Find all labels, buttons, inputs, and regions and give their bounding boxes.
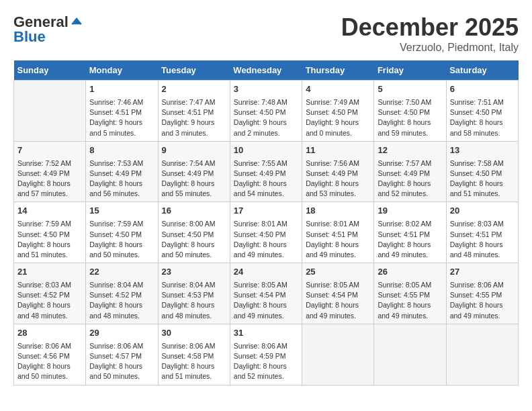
day-number: 22 [89,266,154,279]
day-number: 27 [450,266,515,279]
day-info: Daylight: 8 hours [306,300,370,310]
day-info: Sunrise: 8:00 AM [162,219,226,229]
day-number: 19 [378,205,442,218]
calendar-cell: 19Sunrise: 8:02 AMSunset: 4:51 PMDayligh… [374,202,446,263]
day-info: Sunset: 4:49 PM [378,169,442,179]
calendar-cell [302,324,374,385]
day-number: 17 [234,205,298,218]
day-number: 14 [17,205,82,218]
day-info: Daylight: 8 hours [162,300,226,310]
day-number: 4 [306,83,370,96]
day-info: Sunset: 4:53 PM [162,290,226,300]
day-info: Daylight: 8 hours [89,240,154,250]
day-info: Daylight: 8 hours [89,300,154,310]
day-number: 29 [89,327,154,340]
day-info: Sunset: 4:50 PM [450,107,515,118]
day-info: Sunset: 4:50 PM [234,107,298,118]
day-info: Sunrise: 7:59 AM [17,219,82,229]
day-info: Sunset: 4:49 PM [234,169,298,179]
calendar-cell: 13Sunrise: 7:58 AMSunset: 4:50 PMDayligh… [446,141,518,202]
day-info: Sunrise: 7:48 AM [234,97,298,107]
logo-icon [70,15,83,29]
day-number: 28 [17,327,82,340]
calendar-cell: 11Sunrise: 7:56 AMSunset: 4:49 PMDayligh… [302,141,374,202]
day-info: Sunset: 4:57 PM [89,351,154,361]
day-info: and 49 minutes. [378,311,442,321]
calendar-cell: 29Sunrise: 8:06 AMSunset: 4:57 PMDayligh… [86,324,158,385]
day-info: Daylight: 9 hours [89,118,154,128]
day-number: 18 [306,205,370,218]
day-info: Sunset: 4:51 PM [450,230,515,240]
day-info: Daylight: 8 hours [17,361,82,371]
day-number: 26 [378,266,442,279]
day-info: Sunrise: 8:04 AM [162,280,226,290]
day-info: Sunrise: 8:05 AM [234,280,298,290]
day-info: Daylight: 8 hours [450,240,515,250]
day-info: Daylight: 8 hours [378,179,442,189]
day-info: and 56 minutes. [89,189,154,199]
header-day-saturday: Saturday [446,60,518,81]
day-info: Sunset: 4:49 PM [89,169,154,179]
day-info: and 49 minutes. [234,311,298,321]
day-info: Sunset: 4:52 PM [17,290,82,300]
day-number: 31 [234,327,298,340]
day-info: Sunrise: 7:50 AM [378,97,442,107]
day-info: and 48 minutes. [162,311,226,321]
day-info: Daylight: 8 hours [450,118,515,128]
week-row-4: 21Sunrise: 8:03 AMSunset: 4:52 PMDayligh… [14,263,519,324]
day-number: 3 [234,83,298,96]
calendar-cell: 6Sunrise: 7:51 AMSunset: 4:50 PMDaylight… [446,81,518,142]
day-info: and 51 minutes. [162,371,226,381]
day-number: 10 [234,144,298,157]
day-info: and 50 minutes. [162,250,226,260]
day-number: 1 [89,83,154,96]
day-info: Daylight: 8 hours [234,179,298,189]
day-info: Daylight: 9 hours [162,118,226,128]
day-info: Daylight: 8 hours [378,118,442,128]
day-info: Daylight: 8 hours [306,240,370,250]
day-info: Sunset: 4:54 PM [306,290,370,300]
day-info: Sunset: 4:50 PM [17,230,82,240]
day-info: Daylight: 8 hours [234,361,298,371]
day-info: Sunset: 4:50 PM [89,230,154,240]
day-info: Sunset: 4:51 PM [89,107,154,118]
day-number: 11 [306,144,370,157]
calendar-cell: 25Sunrise: 8:05 AMSunset: 4:54 PMDayligh… [302,263,374,324]
day-info: Sunset: 4:54 PM [234,290,298,300]
calendar-cell: 12Sunrise: 7:57 AMSunset: 4:49 PMDayligh… [374,141,446,202]
day-info: Sunrise: 8:05 AM [306,280,370,290]
day-info: Sunrise: 7:51 AM [450,97,515,107]
day-info: Sunrise: 8:01 AM [234,219,298,229]
day-info: Sunset: 4:50 PM [378,107,442,118]
day-info: Sunset: 4:55 PM [450,290,515,300]
logo: General Blue [13,13,83,46]
day-number: 21 [17,266,82,279]
day-info: Sunrise: 8:06 AM [450,280,515,290]
title-block: December 2025 Verzuolo, Piedmont, Italy [341,13,519,54]
day-info: Daylight: 8 hours [17,179,82,189]
calendar-cell [374,324,446,385]
day-info: and 53 minutes. [306,189,370,199]
day-number: 5 [378,83,442,96]
day-info: Sunset: 4:51 PM [306,230,370,240]
calendar-cell: 22Sunrise: 8:04 AMSunset: 4:52 PMDayligh… [86,263,158,324]
calendar-cell: 3Sunrise: 7:48 AMSunset: 4:50 PMDaylight… [230,81,302,142]
calendar-cell: 21Sunrise: 8:03 AMSunset: 4:52 PMDayligh… [14,263,86,324]
day-number: 13 [450,144,515,157]
location-subtitle: Verzuolo, Piedmont, Italy [341,42,519,54]
calendar-cell: 10Sunrise: 7:55 AMSunset: 4:49 PMDayligh… [230,141,302,202]
header-day-thursday: Thursday [302,60,374,81]
calendar-cell: 20Sunrise: 8:03 AMSunset: 4:51 PMDayligh… [446,202,518,263]
day-info: Sunrise: 8:04 AM [89,280,154,290]
day-info: and 3 minutes. [162,128,226,138]
day-info: Sunrise: 8:02 AM [378,219,442,229]
day-info: Daylight: 9 hours [306,118,370,128]
day-info: and 55 minutes. [162,189,226,199]
day-info: and 52 minutes. [234,371,298,381]
calendar-cell: 16Sunrise: 8:00 AMSunset: 4:50 PMDayligh… [158,202,230,263]
calendar-cell [446,324,518,385]
day-info: and 51 minutes. [17,250,82,260]
day-info: Sunrise: 8:06 AM [234,341,298,351]
day-number: 20 [450,205,515,218]
day-info: Sunrise: 7:52 AM [17,158,82,169]
